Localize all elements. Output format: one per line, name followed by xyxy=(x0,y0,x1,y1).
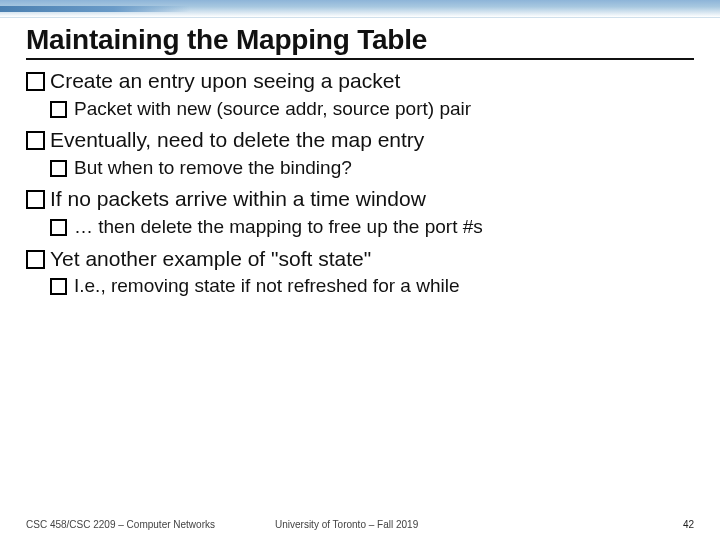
bullet-l1: Yet another example of "soft state" xyxy=(26,246,694,273)
footer-institution: University of Toronto – Fall 2019 xyxy=(275,519,418,530)
bullet-l1: Eventually, need to delete the map entry xyxy=(26,127,694,154)
slide-body: Maintaining the Mapping Table Create an … xyxy=(0,18,720,305)
bullet-list: Create an entry upon seeing a packet Pac… xyxy=(26,68,694,299)
bullet-l2: Packet with new (source addr, source por… xyxy=(26,97,694,121)
bullet-l2: But when to remove the binding? xyxy=(26,156,694,180)
slide-footer: CSC 458/CSC 2209 – Computer Networks Uni… xyxy=(0,519,720,530)
footer-course: CSC 458/CSC 2209 – Computer Networks xyxy=(26,519,275,530)
slide-top-accent xyxy=(0,0,720,18)
bullet-l1: If no packets arrive within a time windo… xyxy=(26,186,694,213)
bullet-l2: I.e., removing state if not refreshed fo… xyxy=(26,274,694,298)
bullet-l2: … then delete the mapping to free up the… xyxy=(26,215,694,239)
footer-page-number: 42 xyxy=(418,519,694,530)
slide-title: Maintaining the Mapping Table xyxy=(26,24,694,60)
bullet-l1: Create an entry upon seeing a packet xyxy=(26,68,694,95)
